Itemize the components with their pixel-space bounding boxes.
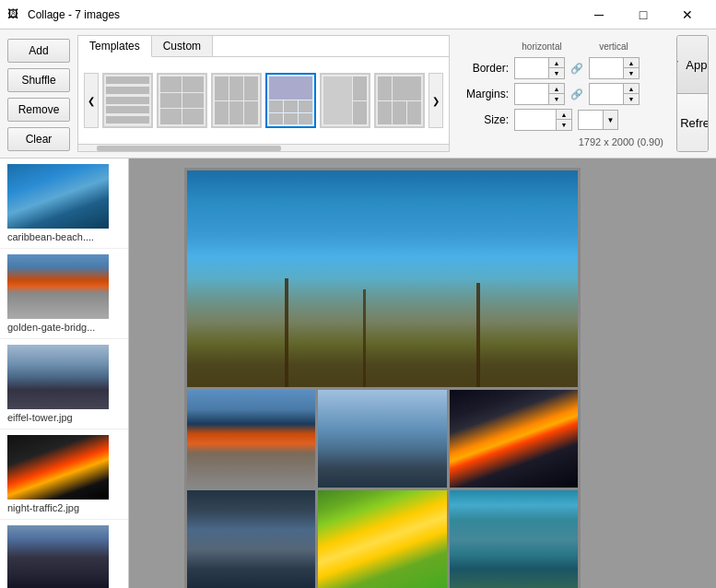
shuffle-button[interactable]: Shuffle xyxy=(7,68,70,92)
border-h-up[interactable]: ▲ xyxy=(549,58,564,68)
title-bar: 🖼 Collage - 7 images ─ □ ✕ xyxy=(0,0,716,29)
remove-button[interactable]: Remove xyxy=(7,98,70,122)
action-buttons: ✔ Apply ↻ Refresh xyxy=(676,35,709,152)
margins-setting: Margins: 4 ▲ ▼ 🔗 4 ▲ xyxy=(463,83,663,105)
border-v-down[interactable]: ▼ xyxy=(624,68,639,78)
border-setting: Border: 4 ▲ ▼ 🔗 4 ▲ xyxy=(463,57,663,79)
clear-button[interactable]: Clear xyxy=(7,127,70,151)
margins-label: Margins: xyxy=(463,88,509,100)
list-item[interactable]: night-traffic2.jpg xyxy=(0,429,128,520)
border-lock-icon[interactable]: 🔗 xyxy=(570,62,583,75)
template-4[interactable] xyxy=(265,73,316,128)
close-button[interactable]: ✕ xyxy=(666,2,709,28)
maximize-button[interactable]: □ xyxy=(622,2,664,28)
margins-lock-icon[interactable]: 🔗 xyxy=(570,88,583,100)
color-picker: ▼ xyxy=(578,110,618,130)
size-input[interactable]: 2000 xyxy=(515,110,556,130)
collage-row-middle xyxy=(187,390,578,488)
custom-tab[interactable]: Custom xyxy=(152,36,213,56)
content-area: caribbean-beach.... golden-gate-bridg...… xyxy=(0,159,716,588)
sidebar-scroll[interactable]: caribbean-beach.... golden-gate-bridg...… xyxy=(0,159,128,588)
image-action-buttons: Add Shuffle Remove Clear xyxy=(7,35,70,152)
list-item[interactable]: caribbean-beach.... xyxy=(0,159,128,249)
thumbnail-night-traffic xyxy=(7,435,109,500)
image-name-caribbean: caribbean-beach.... xyxy=(7,231,121,242)
template-thumbnails: ❮ xyxy=(78,57,449,144)
color-dropdown-button[interactable]: ▼ xyxy=(604,110,618,130)
template-5[interactable] xyxy=(320,73,370,128)
templates-prev-button[interactable]: ❮ xyxy=(84,73,99,128)
thumbnail-golden-gate xyxy=(7,254,109,319)
margins-h-down[interactable]: ▼ xyxy=(549,94,564,104)
border-v-up[interactable]: ▲ xyxy=(624,58,639,68)
border-v-spinner[interactable]: 4 ▲ ▼ xyxy=(589,57,640,79)
collage-cell-main xyxy=(187,171,578,387)
size-spinner[interactable]: 2000 ▲ ▼ xyxy=(514,109,572,131)
margins-v-down[interactable]: ▼ xyxy=(624,94,639,104)
canvas-area xyxy=(129,159,716,588)
template-3[interactable] xyxy=(211,73,262,128)
vertical-label: vertical xyxy=(588,41,640,52)
list-item[interactable]: eiffel-night.jpg xyxy=(0,520,128,588)
border-h-down[interactable]: ▼ xyxy=(549,68,564,78)
margins-v-input[interactable]: 4 xyxy=(590,84,623,104)
collage-cell-sunflower xyxy=(318,490,446,588)
margins-v-spinner[interactable]: 4 ▲ ▼ xyxy=(589,83,640,105)
templates-tab[interactable]: Templates xyxy=(78,36,152,57)
refresh-button[interactable]: ↻ Refresh xyxy=(677,94,708,151)
collage-cell-traffic xyxy=(450,390,578,488)
main-container: Add Shuffle Remove Clear Templates Custo… xyxy=(0,29,716,588)
collage-preview xyxy=(184,168,581,588)
size-display: 1792 x 2000 (0.90) xyxy=(463,136,663,147)
border-h-spinner[interactable]: 4 ▲ ▼ xyxy=(514,57,565,79)
border-h-input[interactable]: 4 xyxy=(515,58,548,78)
border-v-input[interactable]: 4 xyxy=(590,58,623,78)
templates-next-button[interactable]: ❯ xyxy=(428,73,443,128)
apply-checkmark-icon: ✔ xyxy=(676,57,680,72)
window-title: Collage - 7 images xyxy=(28,8,578,21)
size-setting: Size: 2000 ▲ ▼ ▼ xyxy=(463,109,663,131)
app-icon: 🖼 xyxy=(7,7,22,22)
apply-label: Apply xyxy=(686,58,709,72)
template-2[interactable] xyxy=(157,73,207,128)
template-tabs: Templates Custom xyxy=(78,36,449,57)
collage-cell-eiffel-day xyxy=(318,390,446,488)
size-label: Size: xyxy=(463,113,509,126)
horizontal-label: horizontal xyxy=(516,41,568,52)
apply-button[interactable]: ✔ Apply xyxy=(677,36,708,94)
margins-h-input[interactable]: 4 xyxy=(515,84,548,104)
size-down[interactable]: ▼ xyxy=(557,120,571,130)
image-name-night-traffic: night-traffic2.jpg xyxy=(7,502,121,513)
thumbnail-caribbean xyxy=(7,164,109,229)
image-name-golden-gate: golden-gate-bridg... xyxy=(7,322,121,333)
add-button[interactable]: Add xyxy=(7,39,70,63)
image-sidebar: caribbean-beach.... golden-gate-bridg...… xyxy=(0,159,129,588)
margins-v-up[interactable]: ▲ xyxy=(624,84,639,94)
border-label: Border: xyxy=(463,62,509,75)
list-item[interactable]: eiffel-tower.jpg xyxy=(0,339,128,429)
image-name-eiffel: eiffel-tower.jpg xyxy=(7,412,121,423)
collage-cell-boat xyxy=(450,490,578,588)
color-swatch[interactable] xyxy=(578,110,604,130)
templates-panel: Templates Custom ❮ xyxy=(77,35,450,152)
list-item[interactable]: golden-gate-bridg... xyxy=(0,249,128,339)
margins-h-up[interactable]: ▲ xyxy=(549,84,564,94)
template-6[interactable] xyxy=(374,73,425,128)
toolbar: Add Shuffle Remove Clear Templates Custo… xyxy=(0,29,716,159)
thumbnail-eiffel xyxy=(7,345,109,409)
collage-cell-eiffel-night xyxy=(187,490,315,588)
size-up[interactable]: ▲ xyxy=(557,110,571,120)
minimize-button[interactable]: ─ xyxy=(578,2,620,28)
refresh-label: Refresh xyxy=(680,116,709,130)
thumbnail-eiffel-night xyxy=(7,525,109,588)
collage-cell-bridge xyxy=(187,390,315,488)
template-1[interactable] xyxy=(102,73,153,128)
window-controls: ─ □ ✕ xyxy=(578,2,709,28)
collage-row-bottom xyxy=(187,490,578,588)
template-scrollbar[interactable] xyxy=(78,144,449,151)
margins-h-spinner[interactable]: 4 ▲ ▼ xyxy=(514,83,565,105)
